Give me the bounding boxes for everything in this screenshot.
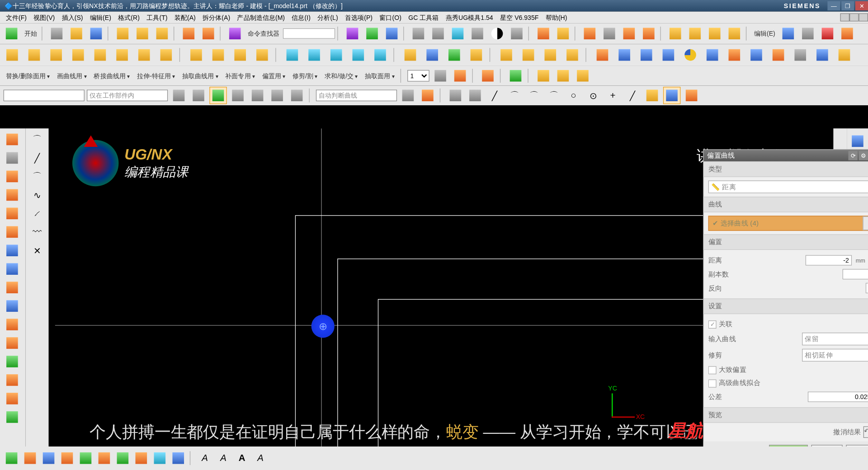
- select-curve-button[interactable]: [863, 216, 868, 230]
- grid-icon[interactable]: [467, 45, 486, 65]
- scatter-icon[interactable]: [452, 67, 469, 84]
- box-d[interactable]: [725, 24, 744, 43]
- menu-prefs[interactable]: 首选项(P): [341, 13, 376, 22]
- feature-icon[interactable]: [370, 45, 390, 65]
- settings-icon[interactable]: [683, 87, 700, 104]
- book-icon[interactable]: [1, 260, 24, 277]
- nav-part-icon[interactable]: [848, 132, 867, 150]
- start-button[interactable]: [2, 24, 21, 43]
- align-icon[interactable]: [812, 45, 832, 65]
- side-tool[interactable]: [1, 279, 24, 296]
- snap-icon[interactable]: [467, 87, 484, 104]
- bottom-tool[interactable]: [170, 450, 186, 466]
- shade-button[interactable]: [468, 24, 487, 43]
- curve-tool[interactable]: 〰: [27, 223, 47, 240]
- bottom-tool[interactable]: [59, 450, 75, 466]
- tb3-item[interactable]: 抽取面用: [363, 71, 397, 80]
- bottom-tool[interactable]: [114, 450, 131, 466]
- undo-result-button[interactable]: ↶: [863, 426, 868, 438]
- ruler-icon[interactable]: [554, 67, 571, 84]
- play-icon[interactable]: [507, 67, 524, 84]
- box-a[interactable]: [666, 24, 684, 43]
- tool-n[interactable]: [778, 24, 797, 43]
- section-offset[interactable]: 偏置ᐱ: [703, 234, 868, 250]
- assoc-checkbox[interactable]: ✓: [708, 320, 717, 328]
- sel-tool[interactable]: [288, 87, 305, 104]
- sel-tool[interactable]: [399, 87, 416, 104]
- curve-tool[interactable]: ⌒: [27, 168, 47, 185]
- bottom-tool[interactable]: [41, 450, 57, 466]
- copies-input[interactable]: [843, 269, 868, 279]
- tb3-item[interactable]: 拉伸-特征用: [135, 71, 178, 80]
- feature-icon[interactable]: [112, 45, 132, 65]
- new-button[interactable]: [47, 24, 66, 43]
- text-tool[interactable]: A: [252, 450, 269, 466]
- ruler-icon[interactable]: [535, 67, 552, 84]
- feature-icon[interactable]: [68, 45, 88, 65]
- pie-icon[interactable]: [680, 45, 700, 65]
- side-tool[interactable]: [1, 131, 24, 148]
- circle-icon[interactable]: ○: [565, 87, 582, 104]
- tb3-item[interactable]: 偏置用: [260, 71, 288, 80]
- feature-icon[interactable]: [156, 45, 176, 65]
- menu-gctoolbox[interactable]: GC 工具箱: [405, 13, 443, 22]
- menu-analysis[interactable]: 分析(L): [314, 13, 342, 22]
- curve-select-row[interactable]: ✔ 选择曲线 (4): [708, 216, 868, 230]
- tool-m[interactable]: [639, 24, 658, 43]
- tool-d[interactable]: [226, 24, 244, 43]
- menu-pmi[interactable]: 产品制造信息(M): [234, 13, 288, 22]
- sel-tool[interactable]: [229, 87, 246, 104]
- grid-icon[interactable]: [422, 45, 442, 65]
- adv-checkbox[interactable]: [708, 379, 717, 387]
- cmd-finder-input[interactable]: [283, 28, 335, 39]
- side-tool[interactable]: [1, 149, 24, 166]
- tool-g[interactable]: [382, 24, 401, 43]
- maximize-button[interactable]: ❐: [841, 1, 854, 10]
- snap-icon[interactable]: [447, 87, 464, 104]
- align-icon[interactable]: [769, 45, 788, 65]
- tb3-item[interactable]: 桥接曲线用: [91, 71, 132, 80]
- doc-min-button[interactable]: [840, 13, 849, 21]
- tb3-item[interactable]: 画曲线用: [55, 71, 89, 80]
- feature-icon[interactable]: [24, 45, 44, 65]
- cube-icon[interactable]: [643, 87, 660, 104]
- line-icon[interactable]: ╱: [486, 87, 503, 104]
- curve-tool[interactable]: ⟋: [27, 205, 47, 222]
- side-tool[interactable]: [1, 390, 24, 407]
- count-select[interactable]: 1: [407, 70, 429, 82]
- minimize-button[interactable]: —: [827, 1, 840, 10]
- menu-tools[interactable]: 工具(T): [143, 13, 171, 22]
- feature-icon[interactable]: [252, 45, 272, 65]
- box-b[interactable]: [686, 24, 704, 43]
- menu-window[interactable]: 窗口(O): [376, 13, 405, 22]
- bottom-tool[interactable]: [22, 450, 38, 466]
- feature-icon[interactable]: [349, 45, 368, 65]
- arc-icon[interactable]: ⌒: [525, 87, 542, 104]
- tool-a[interactable]: [113, 24, 132, 43]
- doc-max-button[interactable]: [849, 13, 859, 21]
- align-icon[interactable]: [637, 45, 656, 65]
- approx-checkbox[interactable]: [708, 366, 717, 374]
- distance-input[interactable]: [806, 255, 852, 265]
- menu-info[interactable]: 信息(I): [288, 13, 314, 22]
- cube-active-icon[interactable]: [663, 87, 680, 104]
- side-tool[interactable]: [1, 353, 24, 370]
- curve-tool[interactable]: ⌒: [27, 131, 47, 148]
- feature-icon[interactable]: [519, 45, 538, 65]
- close-button[interactable]: ✕: [855, 1, 868, 10]
- side-tool[interactable]: [1, 242, 24, 259]
- curve-tool[interactable]: ✕: [27, 242, 47, 259]
- doc-close-button[interactable]: [859, 13, 868, 21]
- render-button[interactable]: [488, 24, 506, 43]
- dialog-title-bar[interactable]: 偏置曲线 ⟳ ⚙ ✕: [703, 150, 868, 162]
- bottom-tool[interactable]: [4, 450, 20, 466]
- line-icon[interactable]: ╱: [624, 87, 641, 104]
- save-button[interactable]: [87, 24, 105, 43]
- tool-k[interactable]: [600, 24, 618, 43]
- input-curve-combo[interactable]: 保留: [802, 333, 868, 345]
- circle-icon[interactable]: ⊙: [585, 87, 602, 104]
- align-icon[interactable]: [790, 45, 810, 65]
- tb3-item[interactable]: 修剪/割: [290, 71, 320, 80]
- bottom-tool[interactable]: [133, 450, 149, 466]
- tool-f[interactable]: [363, 24, 382, 43]
